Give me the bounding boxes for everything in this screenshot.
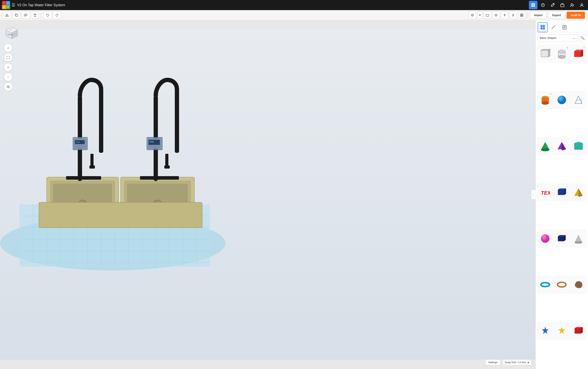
svg-rect-77 [164, 165, 170, 169]
tools-button[interactable] [548, 1, 557, 9]
shape-pyramid-yellow[interactable] [570, 184, 587, 201]
svg-point-6 [571, 3, 572, 5]
hamburger-button[interactable]: ☰ [12, 3, 15, 7]
shape-torus-gold[interactable] [554, 276, 570, 293]
svg-point-121 [543, 284, 547, 286]
shape-preview [556, 48, 567, 60]
svg-point-98 [542, 102, 549, 105]
shape-preview [556, 233, 567, 244]
svg-rect-19 [520, 15, 522, 17]
zoom-out-button[interactable]: − [4, 73, 12, 81]
briefcase-button[interactable] [558, 1, 567, 9]
fit-view-button[interactable] [4, 53, 12, 62]
add-person-button[interactable] [568, 1, 576, 9]
svg-rect-82 [541, 27, 543, 29]
shape-preview [573, 279, 584, 290]
shape-box-red2[interactable] [570, 322, 587, 340]
svg-rect-63 [66, 176, 101, 180]
snap-grid-arrow: ▲ [527, 361, 529, 364]
shapes-category-label: Basic Shapes [540, 36, 557, 40]
shape-preview: TEXT [539, 186, 551, 198]
separator-2 [527, 12, 528, 18]
logo: T I N K [2, 1, 10, 9]
topbar: T I N K ☰ V2 On Tap Water Filter System [0, 0, 588, 10]
svg-rect-109 [558, 190, 564, 195]
workplane-button[interactable] [484, 12, 491, 19]
shape-torus-cyan[interactable] [537, 276, 553, 293]
shapes-category-dropdown[interactable]: Basic Shapes ⌄ [538, 34, 578, 41]
svg-rect-18 [522, 14, 523, 15]
snap-button[interactable] [469, 12, 476, 19]
shape-preview [539, 279, 551, 290]
svg-rect-85 [541, 50, 548, 57]
shape-cube-red[interactable]: ★ [570, 45, 587, 63]
zoom-fit-button[interactable] [4, 82, 12, 91]
view-cube[interactable]: FRONT TOP [4, 24, 20, 40]
shape-preview [556, 325, 567, 337]
shape-cylinder-orange[interactable]: ★ [537, 91, 553, 109]
svg-text:0.00: 0.00 [76, 141, 80, 143]
undo-button[interactable] [44, 12, 52, 19]
shape-pyramid-purple[interactable] [554, 137, 570, 155]
shape-box-dark-blue[interactable] [554, 184, 570, 201]
shape-text[interactable]: TEXT [537, 184, 553, 201]
svg-rect-1 [533, 3, 535, 5]
shape-star-blue[interactable] [537, 322, 553, 340]
logo-i: I [6, 1, 10, 5]
import-button[interactable]: Import [530, 12, 547, 19]
svg-rect-81 [543, 25, 545, 27]
align-button[interactable] [501, 12, 508, 19]
search-button[interactable]: 🔍 [579, 34, 586, 41]
svg-rect-80 [541, 25, 543, 27]
panel-toggle-button[interactable]: › [531, 190, 536, 199]
grid-view-button[interactable] [529, 1, 537, 9]
shape-cone-gray[interactable] [570, 230, 587, 247]
star-icon: ★ [583, 46, 586, 49]
shape-box-stripes[interactable] [537, 45, 553, 63]
home-view-button[interactable]: ⌂ [4, 43, 12, 52]
ruler-button[interactable] [493, 12, 500, 19]
shape-sphere-blue[interactable] [554, 91, 570, 109]
snap-dropdown[interactable]: ▾ [477, 12, 482, 19]
shape-blob-brown[interactable] [570, 276, 587, 293]
shape-star-yellow[interactable] [554, 322, 570, 340]
star-icon: ★ [566, 46, 569, 49]
svg-rect-56 [99, 137, 103, 153]
svg-text:FRONT: FRONT [7, 34, 13, 36]
dropdown-arrow: ⌄ [573, 36, 575, 40]
zoom-in-button[interactable]: + [4, 63, 12, 72]
cut-button[interactable] [3, 12, 11, 19]
shape-cylinder-stripes[interactable]: ★ [554, 45, 570, 63]
panel-search-area: Basic Shapes ⌄ 🔍 [536, 32, 588, 43]
sendto-button[interactable]: Send To [567, 12, 585, 19]
scene-viewport[interactable]: ✦ 0.00 ✦ [0, 20, 536, 369]
shape-preview [573, 48, 584, 60]
redo-button[interactable] [53, 12, 61, 19]
notes-tab[interactable] [559, 22, 569, 32]
shapes-tab[interactable] [538, 22, 548, 32]
profile-button[interactable] [578, 1, 586, 9]
svg-rect-115 [558, 236, 564, 241]
shape-box-navy[interactable] [554, 230, 570, 247]
toolbar-right-group: ▾ Import Export Send To [469, 12, 585, 19]
copy-button[interactable] [12, 12, 20, 19]
group-button[interactable] [518, 12, 525, 19]
snap-grid-control[interactable]: Snap Grid 1.0 mm ▲ [503, 359, 532, 365]
delete-button[interactable] [31, 12, 39, 19]
settings-button[interactable]: Settings [485, 359, 500, 365]
ruler-tab[interactable] [548, 22, 559, 32]
shape-preview [573, 186, 584, 198]
export-button[interactable]: Export [548, 12, 565, 19]
svg-rect-10 [16, 15, 18, 17]
canvas-area[interactable]: FRONT TOP ⌂ + − [0, 20, 536, 369]
shape-sphere-pink[interactable] [537, 230, 553, 247]
shape-preview [573, 325, 584, 337]
mirror-button[interactable] [510, 12, 517, 19]
svg-rect-0 [531, 3, 533, 5]
shape-wedge-teal[interactable] [570, 137, 587, 155]
activity-button[interactable] [539, 1, 547, 9]
svg-point-114 [541, 234, 549, 243]
shape-cone-green[interactable] [537, 137, 553, 155]
duplicate-button[interactable] [22, 12, 30, 19]
shape-sketch[interactable] [570, 91, 587, 109]
